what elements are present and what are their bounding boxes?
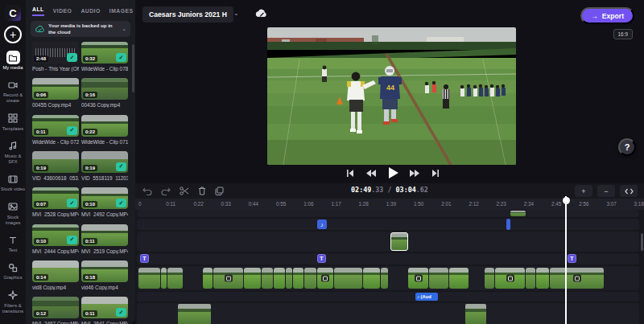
mini-clip[interactable] — [510, 211, 526, 216]
sidebar-item-filters-transitions[interactable]: Filters & transitions — [0, 286, 26, 318]
video-clip[interactable] — [449, 268, 469, 289]
video-clip[interactable] — [381, 268, 388, 289]
sidebar-item-record-create[interactable]: Record & create — [0, 76, 26, 107]
title-chevron-icon[interactable]: ⌄ — [233, 10, 239, 17]
video-clip[interactable] — [334, 268, 362, 289]
media-item-name: MVI_2641 Copy.MP4 — [81, 321, 128, 324]
skip-to-start-button[interactable] — [345, 168, 356, 178]
audio-clip[interactable]: ♪ (Aud — [415, 293, 438, 301]
media-thumbnail: 0:10✓ — [81, 187, 128, 209]
overlay-video-clip[interactable] — [390, 232, 408, 251]
video-preview[interactable]: 44 — [267, 27, 516, 165]
media-item[interactable]: 0:0600455 Copy.mp4 — [32, 78, 79, 108]
aspect-ratio-badge[interactable]: 16:9 — [613, 29, 633, 39]
video-clip[interactable] — [262, 268, 273, 289]
sidebar-item-templates[interactable]: Templates — [0, 109, 26, 135]
project-title[interactable]: Caesars Juniors 2021 H — [142, 6, 233, 23]
help-button[interactable]: ? — [618, 138, 636, 156]
video-clip[interactable] — [317, 268, 333, 289]
video-clip[interactable] — [495, 268, 525, 289]
video-clip[interactable] — [138, 268, 160, 289]
media-item[interactable]: 0:18vid46 Copy.mp4 — [81, 260, 128, 290]
video-clip[interactable] — [167, 268, 183, 289]
sidebar-item-stock-images[interactable]: Stock images — [0, 198, 26, 229]
sidebar-item-label: Graphics — [0, 275, 26, 281]
duration-badge: 0:19 — [34, 165, 48, 171]
rewind-button[interactable] — [365, 168, 378, 178]
export-label: Export — [602, 12, 624, 20]
sidebar-item-graphics[interactable]: Graphics — [0, 258, 26, 284]
sidebar-item-stock-video[interactable]: Stock video — [0, 170, 26, 195]
add-media-button[interactable]: + — [4, 26, 22, 43]
skip-to-end-button[interactable] — [430, 168, 441, 178]
check-badge-icon: ✓ — [67, 53, 77, 62]
fit-to-screen-button[interactable] — [620, 185, 638, 197]
video-clip[interactable] — [485, 268, 494, 289]
sidebar-item-music-sfx[interactable]: Music & SFX — [0, 137, 26, 168]
timeline-scrollbar[interactable] — [641, 233, 643, 251]
video-clip[interactable] — [203, 268, 213, 289]
video-clip[interactable] — [465, 304, 486, 324]
sidebar-item-text[interactable]: Text — [0, 231, 26, 256]
music-note-clip[interactable]: ♪ — [317, 219, 327, 229]
backup-banner-text: Your media is backed up in the cloud — [48, 23, 118, 35]
video-clip[interactable] — [429, 268, 448, 289]
export-button[interactable]: → Export — [580, 7, 634, 24]
sidebar-item-my-media[interactable]: My media — [0, 48, 26, 74]
media-thumbnail: 0:12 — [32, 297, 79, 318]
sidebar-item-brand-kit[interactable]: Brand kit — [0, 319, 26, 324]
check-badge-icon: ✓ — [67, 236, 77, 244]
video-clip[interactable] — [293, 268, 303, 289]
clipchamp-logo[interactable]: C — [5, 5, 21, 21]
tab-images[interactable]: IMAGES — [109, 8, 134, 16]
video-clip[interactable] — [178, 304, 211, 324]
media-item[interactable]: 0:10✓MVI_2444 Copy.MP4 — [32, 224, 79, 254]
video-clip[interactable] — [213, 268, 243, 289]
tab-all[interactable]: ALL — [32, 6, 44, 16]
video-clip[interactable] — [161, 268, 167, 289]
media-item[interactable]: 0:11✓MVI_2641 Copy.MP4 — [81, 297, 128, 324]
media-item-name: VID_5518119_112031... — [81, 175, 128, 181]
video-clip[interactable] — [536, 268, 549, 289]
music-bar-clip[interactable] — [506, 219, 510, 230]
media-item[interactable]: 0:14vid8 Copy.mp4 — [32, 260, 79, 290]
text-clip[interactable]: T — [317, 254, 326, 263]
media-item[interactable]: 0:07✓MVI_2528 Copy.MP4 — [32, 187, 79, 217]
video-clip[interactable] — [550, 268, 604, 289]
media-item[interactable]: 2:48✓Posh - This Year (Offi... — [32, 42, 79, 72]
cloud-backup-banner[interactable]: Your media is backed up in the cloud ⌄ — [31, 21, 130, 37]
play-button[interactable] — [386, 166, 400, 180]
media-item[interactable]: 0:1600436 Copy.mp4 — [81, 78, 128, 108]
playhead-line[interactable] — [565, 196, 567, 324]
text-clip[interactable]: T — [568, 254, 576, 263]
media-thumbnail: 0:06 — [32, 78, 79, 100]
cloud-save-icon[interactable] — [254, 7, 268, 18]
video-clip[interactable] — [363, 268, 380, 289]
sidebar-item-label: Record & create — [0, 92, 26, 104]
video-clip[interactable] — [408, 268, 428, 289]
media-panel-scrollbar[interactable] — [132, 44, 134, 92]
video-clip[interactable] — [244, 268, 261, 289]
sidebar-item-label: Templates — [0, 126, 26, 132]
playhead-handle[interactable] — [563, 197, 570, 204]
video-clip[interactable] — [286, 268, 292, 289]
media-item[interactable]: 0:19✓VID_5518119_112031... — [81, 151, 128, 181]
video-clip[interactable] — [274, 268, 285, 289]
chevron-down-icon[interactable]: ⌄ — [122, 26, 126, 32]
media-item[interactable]: 0:22WideWide - Clip 071... — [81, 115, 128, 145]
media-item[interactable]: 0:11MVI_2519 Copy.MP4 — [81, 224, 128, 254]
media-item[interactable]: 0:19VID_43600618_053... — [32, 151, 79, 181]
media-item[interactable]: 0:10✓MVI_2492 Copy.MP4 — [81, 187, 128, 217]
zoom-out-button[interactable]: − — [597, 185, 615, 197]
media-item[interactable]: 0:12MVI_2467 Copy.MP4 — [32, 297, 79, 324]
tab-video[interactable]: VIDEO — [53, 8, 72, 16]
video-clip[interactable] — [304, 268, 316, 289]
zoom-in-button[interactable]: + — [575, 185, 592, 197]
video-clip[interactable] — [526, 268, 535, 289]
media-item[interactable]: 0:11✓WideWide - Clip 072... — [32, 115, 79, 145]
media-item[interactable]: 0:32✓WideWide - Clip 078... — [81, 42, 128, 72]
fast-forward-button[interactable] — [408, 168, 421, 178]
text-clip[interactable]: T — [140, 254, 149, 263]
tab-audio[interactable]: AUDIO — [80, 8, 100, 16]
clipchamp-editor: { "app": { "accent": "#7352f2", "check_g… — [0, 0, 644, 324]
